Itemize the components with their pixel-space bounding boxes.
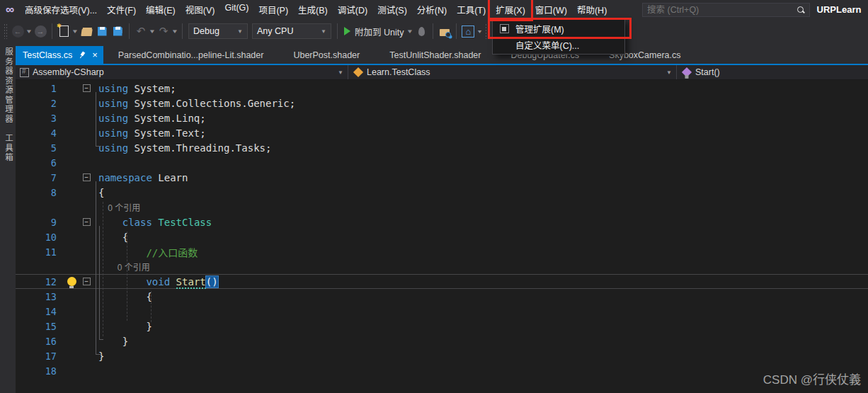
codelens-row: 0 个引用 <box>16 200 868 215</box>
code-line: 1−using System; <box>16 81 868 96</box>
line-number: 7 <box>16 172 64 183</box>
menu-item-6[interactable]: 项目(P) <box>253 0 293 20</box>
left-tool-window-rail: 服务器资源管理器工具箱 <box>0 43 16 393</box>
token-kw: using <box>98 98 128 109</box>
extensions-menu-item-2[interactable]: 自定义菜单(C)... <box>493 37 624 53</box>
back-history-chevron-icon[interactable] <box>25 28 33 35</box>
platform-combo[interactable]: Any CPU ▼ <box>252 23 331 39</box>
chevron-down-icon: ▼ <box>645 69 672 76</box>
menu-item-label: 自定义菜单(C)... <box>515 38 579 52</box>
browser-link-icon[interactable] <box>460 23 476 40</box>
close-icon[interactable]: × <box>92 50 98 59</box>
new-file-icon[interactable] <box>56 23 72 40</box>
line-number: 10 <box>16 232 64 243</box>
line-number: 16 <box>16 336 64 347</box>
save-icon[interactable] <box>94 23 110 40</box>
menu-item-7[interactable]: 生成(B) <box>293 0 333 20</box>
new-file-chevron-icon[interactable] <box>72 28 79 35</box>
chevron-down-icon: ▼ <box>237 28 243 35</box>
token-kw: class <box>122 217 152 228</box>
menu-item-8[interactable]: 调试(D) <box>333 0 372 20</box>
token-kw: namespace <box>98 172 152 183</box>
project-name: Assembly-CSharp <box>33 67 104 77</box>
menu-bar: ∞ 高级保存选项(V)...文件(F)编辑(E)视图(V)Git(G)项目(P)… <box>0 0 868 19</box>
manage-extensions-icon <box>500 24 509 33</box>
menu-items: 高级保存选项(V)...文件(F)编辑(E)视图(V)Git(G)项目(P)生成… <box>20 0 612 20</box>
code-editor[interactable]: 1−using System;2using System.Collections… <box>16 80 868 393</box>
undo-icon[interactable] <box>133 23 149 40</box>
extensions-dropdown-menu: 管理扩展(M)自定义菜单(C)... <box>492 19 625 55</box>
back-icon[interactable] <box>10 23 25 40</box>
tab-1[interactable]: TestClass.cs× <box>16 46 103 64</box>
quick-action-lightbulb-icon[interactable] <box>67 277 76 286</box>
code-line: 5using System.Threading.Tasks; <box>16 140 868 155</box>
debug-configuration-combo[interactable]: Debug ▼ <box>188 23 248 39</box>
toolbar-drag-handle[interactable] <box>4 23 8 39</box>
menu-item-4[interactable]: 视图(V) <box>181 0 220 20</box>
redo-history-chevron-icon[interactable] <box>171 28 178 35</box>
menu-item-5[interactable]: Git(G) <box>219 0 253 20</box>
code-text: //入口函数 <box>93 245 198 259</box>
chevron-down-icon: ▼ <box>321 28 326 35</box>
codelens-row: 0 个引用 <box>16 259 868 274</box>
toolbar: Debug ▼ Any CPU ▼ 附加到 Unity <box>0 19 868 43</box>
tab-label: TestUnlitShader.shader <box>389 50 481 60</box>
find-in-files-icon[interactable] <box>437 23 452 40</box>
menu-item-10[interactable]: 分析(N) <box>412 0 452 20</box>
token-pl: System; <box>128 83 176 94</box>
member-dropdown[interactable]: Start() <box>677 65 868 79</box>
token-kw: using <box>98 83 128 94</box>
code-text: class TestClass <box>93 217 212 228</box>
fold-collapse-icon[interactable]: − <box>83 84 91 92</box>
flame-icon[interactable] <box>413 23 429 40</box>
open-folder-icon[interactable] <box>79 23 94 40</box>
menu-item-3[interactable]: 编辑(E) <box>141 0 181 20</box>
code-line: 14 <box>16 304 868 319</box>
search-input[interactable] <box>647 5 796 15</box>
project-dropdown[interactable]: Assembly-CSharp ▼ <box>16 65 348 79</box>
redo-icon[interactable] <box>156 23 171 40</box>
quick-search-box[interactable] <box>642 3 810 17</box>
visual-studio-window: ∞ 高级保存选项(V)...文件(F)编辑(E)视图(V)Git(G)项目(P)… <box>0 0 868 393</box>
outline-guide <box>96 92 101 147</box>
menu-item-9[interactable]: 测试(S) <box>372 0 412 20</box>
menu-item-2[interactable]: 文件(F) <box>102 0 141 20</box>
code-line: 3using System.Linq; <box>16 110 868 125</box>
type-dropdown[interactable]: Learn.TestClass ▼ <box>348 65 677 79</box>
undo-history-chevron-icon[interactable] <box>149 28 156 35</box>
code-line: 4using System.Text; <box>16 125 868 140</box>
token-pl: System.Text; <box>128 127 206 139</box>
attach-to-unity-button[interactable]: 附加到 Unity <box>341 25 406 38</box>
attach-target-chevron-icon[interactable] <box>406 28 413 35</box>
menu-item-14[interactable]: 帮助(H) <box>572 0 612 20</box>
token-ty: TestClass <box>158 217 212 228</box>
current-code-line: 12− void Start() <box>16 274 868 289</box>
fold-margin: − <box>79 173 93 181</box>
token-pl: System.Threading.Tasks; <box>128 142 271 154</box>
forward-icon[interactable] <box>33 23 48 40</box>
extensions-menu-item-1[interactable]: 管理扩展(M) <box>493 21 624 37</box>
fold-collapse-icon[interactable]: − <box>83 218 91 226</box>
browser-link-chevron-icon[interactable] <box>476 29 483 34</box>
tab-2[interactable]: ParsedCombinatio...peline-Lit.shader <box>103 46 279 64</box>
side-tab-1[interactable]: 服务器资源管理器 <box>3 47 14 124</box>
side-tab-2[interactable]: 工具箱 <box>3 134 14 163</box>
menu-item-1[interactable]: 高级保存选项(V)... <box>20 0 102 20</box>
search-icon[interactable] <box>796 6 805 14</box>
menu-item-12[interactable]: 扩展(X) <box>491 0 530 20</box>
token-pl: System.Collections.Generic; <box>128 98 295 109</box>
code-text: void Start() <box>93 276 218 287</box>
line-number: 6 <box>16 157 64 169</box>
tab-4[interactable]: TestUnlitShader.shader <box>375 46 496 64</box>
menu-item-11[interactable]: 工具(T) <box>452 0 491 20</box>
menu-item-13[interactable]: 窗口(W) <box>530 0 572 20</box>
tab-3[interactable]: UberPost.shader <box>278 46 375 64</box>
play-icon <box>344 27 350 35</box>
line-number: 17 <box>16 351 64 362</box>
fold-collapse-icon[interactable]: − <box>83 278 91 285</box>
type-name: Learn.TestClass <box>367 67 430 77</box>
save-all-icon[interactable] <box>110 23 125 40</box>
visual-studio-logo-icon: ∞ <box>0 0 20 19</box>
fold-collapse-icon[interactable]: − <box>83 173 91 181</box>
pin-icon[interactable] <box>78 50 87 59</box>
